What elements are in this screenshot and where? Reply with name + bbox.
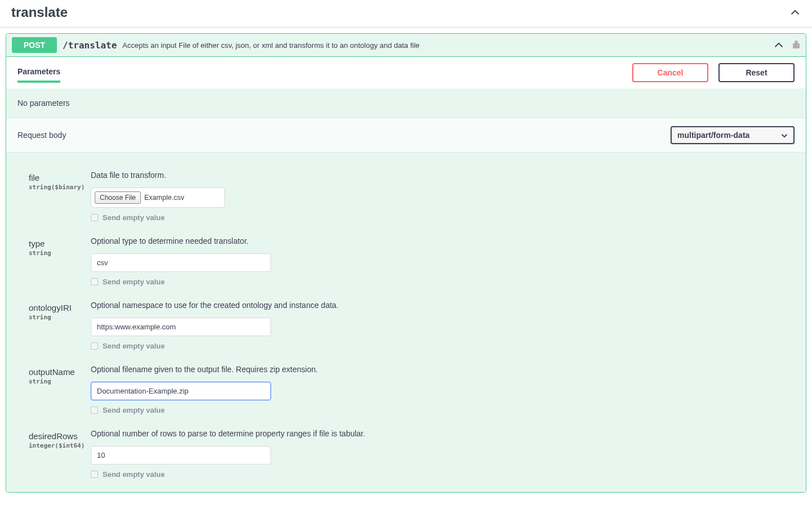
param-row-file: file string($binary) Data file to transf… — [17, 164, 795, 230]
content-type-select[interactable]: multipart/form-data — [671, 126, 795, 144]
content-type-value: multipart/form-data — [677, 131, 749, 140]
chevron-up-icon[interactable] — [789, 7, 801, 18]
param-type: integer($int64) — [29, 442, 91, 449]
param-description: Optional type to determine needed transl… — [91, 236, 795, 245]
request-body-label: Request body — [17, 131, 66, 140]
choose-file-button[interactable]: Choose File — [95, 191, 141, 204]
param-name: ontologyIRI — [29, 303, 91, 312]
send-empty-checkbox[interactable] — [91, 278, 98, 285]
param-name: desiredRows — [29, 431, 91, 441]
lock-icon[interactable] — [792, 40, 800, 51]
param-description: Optional namespace to use for the create… — [91, 301, 795, 310]
no-parameters-message: No parameters — [6, 88, 806, 118]
param-name: type — [29, 239, 91, 248]
chevron-up-icon[interactable] — [773, 39, 784, 51]
param-description: Optional filename given to the output fi… — [91, 365, 795, 374]
http-method-badge: POST — [12, 37, 57, 53]
param-row-outputname: outputName string Optional filename give… — [17, 358, 795, 422]
file-name: Example.csv — [144, 194, 184, 202]
ontologyiri-input[interactable] — [91, 318, 271, 336]
request-body-area: file string($binary) Data file to transf… — [6, 153, 806, 492]
type-input[interactable] — [91, 253, 271, 272]
param-name: file — [29, 173, 91, 182]
operation-summary[interactable]: POST /translate Accepts an input File of… — [6, 34, 806, 56]
operation-path: /translate — [63, 40, 117, 51]
cancel-button[interactable]: Cancel — [632, 63, 708, 82]
send-empty-checkbox[interactable] — [91, 342, 98, 350]
desiredrows-input[interactable] — [91, 446, 271, 465]
param-row-type: type string Optional type to determine n… — [17, 230, 795, 294]
parameters-bar: Parameters Cancel Reset — [6, 56, 806, 88]
send-empty-label: Send empty value — [103, 406, 165, 414]
send-empty-label: Send empty value — [103, 470, 165, 479]
param-type: string — [29, 249, 91, 257]
send-empty-checkbox[interactable] — [91, 214, 98, 221]
send-empty-checkbox[interactable] — [91, 471, 98, 478]
file-input[interactable]: Choose File Example.csv — [91, 187, 225, 208]
param-row-ontologyiri: ontologyIRI string Optional namespace to… — [17, 294, 795, 358]
section-header[interactable]: translate — [0, 0, 812, 28]
param-type: string($binary) — [29, 184, 91, 191]
param-name: outputName — [29, 367, 91, 377]
operation-description: Accepts an input File of either csv, jso… — [122, 41, 419, 50]
send-empty-checkbox[interactable] — [91, 407, 98, 414]
tab-parameters[interactable]: Parameters — [17, 62, 60, 83]
send-empty-label: Send empty value — [103, 342, 165, 350]
param-type: string — [29, 378, 91, 385]
operation-block: POST /translate Accepts an input File of… — [6, 33, 806, 493]
reset-button[interactable]: Reset — [718, 63, 795, 82]
chevron-down-icon — [781, 131, 788, 140]
param-type: string — [29, 314, 91, 321]
param-description: Optional number of rows to parse to dete… — [91, 429, 795, 438]
param-row-desiredrows: desiredRows integer($int64) Optional num… — [17, 422, 795, 486]
section-title: translate — [11, 5, 68, 20]
tabs: Parameters — [17, 62, 60, 83]
send-empty-label: Send empty value — [103, 213, 165, 222]
outputname-input[interactable] — [91, 382, 271, 400]
send-empty-label: Send empty value — [103, 278, 165, 286]
request-body-bar: Request body multipart/form-data — [6, 118, 806, 153]
param-description: Data file to transform. — [91, 171, 795, 180]
